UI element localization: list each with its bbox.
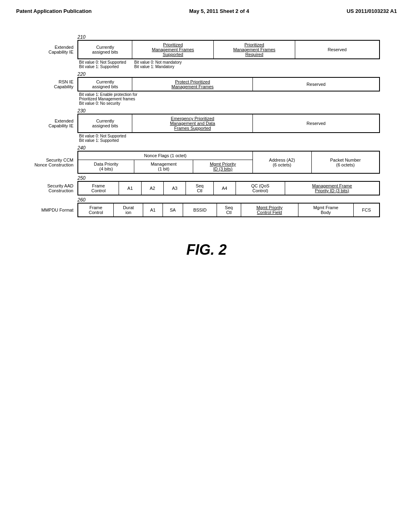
- diagram-area: 210 ExtendedCapability IE Currentlyassig…: [33, 34, 380, 217]
- cell-a3-250: A3: [164, 182, 186, 195]
- table-row-header-240: Nonce Flags (1 octet) Address (A2)(6 oct…: [78, 152, 380, 160]
- section-250-table: FrameControl A1 A2 A3 SeqCtl A4 QC (QoSC…: [78, 181, 380, 195]
- cell-fcs: FCS: [354, 204, 380, 217]
- section-230-table-wrapper: Currentlyassigned bits Emergency Priorit…: [77, 114, 380, 133]
- header-patent-num: US 2011/0103232 A1: [346, 8, 397, 14]
- cell-reserved-230: Reserved: [253, 114, 380, 133]
- section-220-num: 220: [77, 71, 86, 77]
- page: Patent Application Publication May 5, 20…: [0, 0, 413, 532]
- cell-currently-assigned-230: Currentlyassigned bits: [78, 114, 132, 133]
- cell-frame-control-250: FrameControl: [78, 182, 119, 195]
- cell-sa: SA: [163, 204, 183, 217]
- section-260: 260 MMPDU Format FrameControl Duration A…: [33, 197, 380, 217]
- cell-currently-assigned: Currentlyassigned bits: [78, 41, 132, 59]
- cell-qc-qos: QC (QoSControl): [236, 182, 285, 195]
- cell-mgmt-priority-id: Mgmt PriorityID (3 bits): [193, 160, 252, 173]
- section-210: 210 ExtendedCapability IE Currentlyassig…: [33, 34, 380, 70]
- cell-a1-260: A1: [143, 204, 163, 217]
- note-210-right: Bit value 0: Not mandatoryBit value 1: M…: [134, 60, 182, 69]
- cell-mgmt-frame-priority-id: Management FramePriority ID (3 bits): [285, 182, 379, 195]
- section-220: 220 RSN IECapability Currentlyassigned b…: [33, 71, 380, 106]
- section-240-num: 240: [77, 145, 86, 151]
- table-row-260: FrameControl Duration A1 SA BSSID SeqCtl…: [78, 204, 380, 217]
- section-240: 240 Security CCMNonce Construction Nonce…: [33, 145, 380, 174]
- note-230: Bit value 0: Not SupportedBit value 1: S…: [77, 133, 380, 143]
- section-250-label: Security AADConstruction: [33, 181, 77, 195]
- table-row: Currentlyassigned bits Protect Prioritiz…: [78, 78, 380, 91]
- cell-reserved-210: Reserved: [295, 41, 379, 59]
- section-240-table: Nonce Flags (1 octet) Address (A2)(6 oct…: [78, 151, 380, 173]
- figure-label: FIG. 2: [16, 241, 397, 258]
- cell-mgmt-priority-control-field: Mgmt PriorityControl Field: [241, 204, 298, 217]
- cell-duration: Duration: [114, 204, 143, 217]
- section-260-table: FrameControl Duration A1 SA BSSID SeqCtl…: [78, 203, 380, 217]
- section-210-table-wrapper: Currentlyassigned bits PrioritizedManage…: [77, 40, 380, 59]
- cell-seq-ctl-250: SeqCtl: [186, 182, 213, 195]
- cell-a4-250: A4: [213, 182, 236, 195]
- section-230-table: Currentlyassigned bits Emergency Priorit…: [78, 114, 380, 133]
- section-260-num: 260: [77, 197, 86, 203]
- page-header: Patent Application Publication May 5, 20…: [16, 8, 397, 18]
- section-210-table: Currentlyassigned bits PrioritizedManage…: [78, 40, 380, 59]
- note-210-left: Bit value 0: Not SupportedBit value 1: S…: [79, 60, 126, 69]
- cell-prioritized-supported: PrioritizedManagement FramesSupported: [132, 41, 214, 59]
- section-230-content: ExtendedCapability IE Currentlyassigned …: [33, 114, 380, 133]
- section-230-notes: Bit value 0: Not SupportedBit value 1: S…: [33, 133, 380, 143]
- cell-seq-ctl-260: SeqCtl: [217, 204, 241, 217]
- section-240-table-wrapper: Nonce Flags (1 octet) Address (A2)(6 oct…: [77, 151, 380, 174]
- section-220-label: RSN IECapability: [33, 77, 77, 91]
- section-250-content: Security AADConstruction FrameControl A1…: [33, 181, 380, 195]
- cell-management-1bit: Management(1 bit): [134, 160, 193, 173]
- cell-nonce-flags-header: Nonce Flags (1 octet): [78, 152, 253, 160]
- table-row-250: FrameControl A1 A2 A3 SeqCtl A4 QC (QoSC…: [78, 182, 380, 195]
- section-250-table-wrapper: FrameControl A1 A2 A3 SeqCtl A4 QC (QoSC…: [77, 181, 380, 195]
- cell-a2-250: A2: [141, 182, 163, 195]
- table-row: Currentlyassigned bits PrioritizedManage…: [78, 41, 380, 59]
- cell-prioritized-required: PrioritizedManagement FramesRequired: [214, 41, 295, 59]
- header-publication: Patent Application Publication: [16, 8, 92, 14]
- section-210-label: ExtendedCapability IE: [33, 40, 77, 59]
- section-220-notes: Bit value 1: Enable protection forPriori…: [33, 91, 380, 106]
- cell-currently-assigned-220: Currentlyassigned bits: [78, 78, 132, 91]
- section-250: 250 Security AADConstruction FrameContro…: [33, 175, 380, 195]
- header-date-sheet: May 5, 2011 Sheet 2 of 4: [189, 8, 249, 14]
- cell-mgmt-frame-body: Mgmt FrameBody: [298, 204, 354, 217]
- section-210-notes: Bit value 0: Not SupportedBit value 1: S…: [33, 59, 380, 70]
- cell-a1-250: A1: [119, 182, 141, 195]
- section-220-table-wrapper: Currentlyassigned bits Protect Prioritiz…: [77, 77, 380, 91]
- section-230-label: ExtendedCapability IE: [33, 114, 77, 133]
- section-210-num: 210: [77, 34, 86, 40]
- section-210-content: ExtendedCapability IE Currentlyassigned …: [33, 40, 380, 59]
- section-220-table: Currentlyassigned bits Protect Prioritiz…: [78, 77, 380, 91]
- section-260-content: MMPDU Format FrameControl Duration A1 SA…: [33, 203, 380, 217]
- section-230: 230 ExtendedCapability IE Currentlyassig…: [33, 108, 380, 143]
- cell-protect-prioritized: Protect PrioritizedManagement Frames: [132, 78, 253, 91]
- cell-reserved-220: Reserved: [253, 78, 380, 91]
- cell-emergency-prioritized: Emergency PrioritizedManagement and Data…: [132, 114, 253, 133]
- note-220: Bit value 1: Enable protection forPriori…: [77, 91, 380, 106]
- section-260-table-wrapper: FrameControl Duration A1 SA BSSID SeqCtl…: [77, 203, 380, 217]
- section-240-content: Security CCMNonce Construction Nonce Fla…: [33, 151, 380, 174]
- cell-data-priority: Data Priority(4 bits): [78, 160, 134, 173]
- cell-bssid: BSSID: [183, 204, 217, 217]
- section-220-content: RSN IECapability Currentlyassigned bits …: [33, 77, 380, 91]
- section-260-label: MMPDU Format: [33, 203, 77, 217]
- section-250-num: 250: [77, 175, 86, 181]
- section-240-label: Security CCMNonce Construction: [33, 151, 77, 174]
- section-230-num: 230: [77, 108, 86, 114]
- cell-packet-number: Packet Number(6 octets): [311, 152, 379, 173]
- cell-address-a2: Address (A2)(6 octets): [252, 152, 311, 173]
- cell-frame-control-260: FrameControl: [78, 204, 114, 217]
- table-row: Currentlyassigned bits Emergency Priorit…: [78, 114, 380, 133]
